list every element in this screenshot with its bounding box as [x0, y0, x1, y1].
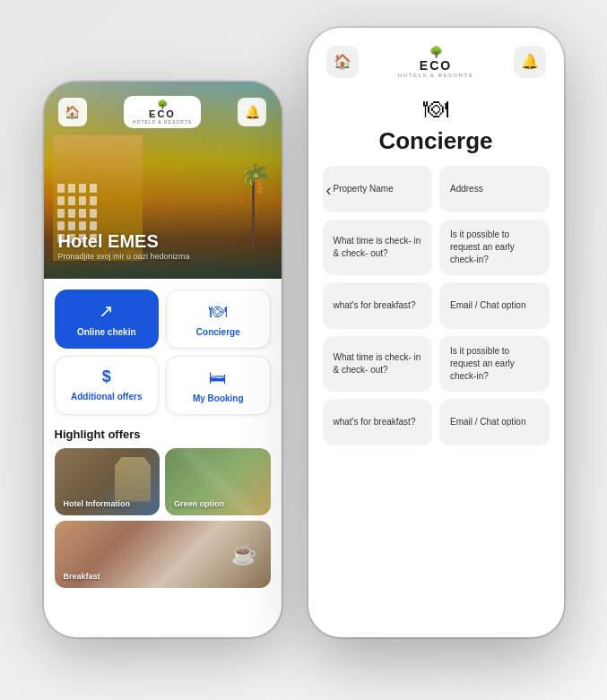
home-icon-p2: 🏠 [334, 53, 351, 70]
phone2-topbar: 🏠 🌳 ECO HOTELS & RESORTS 🔔 [308, 28, 564, 87]
faq-item-2[interactable]: What time is check- in & check- out? [323, 220, 433, 275]
phone1-topbar: 🏠 🌳 ECO HOTELS & RESORTS 🔔 [44, 82, 282, 135]
phone2-header: ‹ 🍽 Concierge [308, 87, 564, 166]
highlight-hotel-info-label: Hotel Information [64, 499, 131, 508]
faq-item-9[interactable]: Email / Chat option [439, 399, 550, 445]
booking-label: My Booking [193, 393, 244, 403]
home-icon-p1: 🏠 [65, 105, 80, 119]
booking-icon: 🛏 [209, 367, 227, 388]
faq-item-0[interactable]: Property Name [323, 166, 433, 212]
bell-button-p2[interactable]: 🔔 [514, 46, 546, 78]
faq-item-1[interactable]: Address [439, 166, 550, 212]
concierge-title: Concierge [326, 127, 546, 155]
menu-online-checkin[interactable]: ↗ Online chekin [55, 290, 160, 349]
bell-icon-p2: 🔔 [521, 53, 539, 70]
back-button[interactable]: ‹ [326, 181, 332, 200]
faq-grid: Property Name Address What time is check… [323, 166, 550, 445]
offers-label: Additional offers [71, 392, 142, 402]
home-button-p1[interactable]: 🏠 [58, 98, 87, 126]
bell-icon-p1: 🔔 [245, 105, 260, 119]
hotel-name: Hotel EMES [58, 231, 190, 252]
highlight-breakfast[interactable]: Breakfast [55, 521, 271, 588]
phone2-content: Property Name Address What time is check… [308, 166, 564, 445]
checkin-icon: ↗ [99, 300, 114, 322]
phones-container: 🏠 🌳 ECO HOTELS & RESORTS 🔔 Hotel EMES Pr… [44, 28, 564, 673]
menu-additional-offers[interactable]: $ Additional offers [55, 356, 160, 415]
concierge-menu-label: Concierge [196, 327, 240, 337]
eco-subtitle-p1: HOTELS & RESORTS [133, 119, 192, 125]
eco-tree-icon-p1: 🌳 [133, 99, 192, 109]
checkin-label: Online chekin [77, 327, 136, 337]
eco-brand-p2: ECO [398, 58, 473, 73]
phone1-content: ↗ Online chekin 🍽 Concierge $ Additional… [44, 279, 282, 599]
eco-brand-p1: ECO [133, 109, 192, 119]
eco-logo-p2: 🌳 ECO HOTELS & RESORTS [398, 46, 473, 78]
eco-tree-icon-p2: 🌳 [398, 46, 473, 58]
hotel-tagline: Pronadjite svoj mir u oazi hedonizma [58, 252, 190, 261]
menu-my-booking[interactable]: 🛏 My Booking [166, 356, 271, 415]
eco-logo-p1: 🌳 ECO HOTELS & RESORTS [124, 96, 201, 128]
offers-icon: $ [102, 367, 111, 386]
hotel-title-area: Hotel EMES Pronadjite svoj mir u oazi he… [58, 231, 190, 261]
faq-item-6[interactable]: What time is check- in & check- out? [323, 336, 433, 392]
menu-grid: ↗ Online chekin 🍽 Concierge $ Additional… [55, 290, 271, 415]
highlight-hotel-info[interactable]: Hotel Information [55, 448, 160, 515]
home-button-p2[interactable]: 🏠 [326, 46, 359, 78]
faq-item-4[interactable]: what's for breakfast? [323, 282, 433, 329]
menu-concierge[interactable]: 🍽 Concierge [166, 290, 271, 349]
faq-item-3[interactable]: Is it possible to request an early check… [439, 220, 550, 275]
phone1: 🏠 🌳 ECO HOTELS & RESORTS 🔔 Hotel EMES Pr… [44, 82, 282, 637]
concierge-icon: 🍽 [326, 94, 546, 124]
highlight-green-option[interactable]: Green option [165, 448, 271, 515]
eco-subtitle-p2: HOTELS & RESORTS [398, 73, 473, 78]
highlight-green-option-label: Green option [174, 499, 224, 508]
highlight-breakfast-label: Breakfast [64, 572, 100, 581]
hotel-header-image: 🏠 🌳 ECO HOTELS & RESORTS 🔔 Hotel EMES Pr… [44, 82, 282, 279]
bell-button-p1[interactable]: 🔔 [238, 98, 266, 126]
faq-item-7[interactable]: Is it possible to request an early check… [439, 336, 550, 392]
highlights-title: Highlight offers [55, 428, 271, 441]
highlights-grid: Hotel Information Green option Breakfast [55, 448, 271, 588]
faq-item-8[interactable]: what's for breakfast? [323, 399, 433, 445]
phone2: 🏠 🌳 ECO HOTELS & RESORTS 🔔 ‹ 🍽 Concierge… [308, 28, 564, 637]
faq-item-5[interactable]: Email / Chat option [439, 282, 550, 329]
concierge-menu-icon: 🍽 [209, 301, 227, 322]
